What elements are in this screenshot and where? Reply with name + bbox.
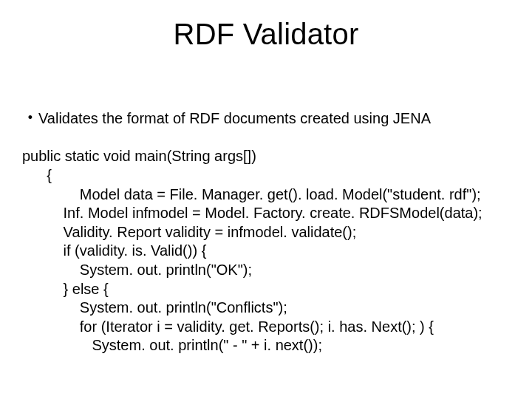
code-line-8: } else { bbox=[22, 281, 109, 297]
slide: RDF Validator •Validates the format of R… bbox=[0, 0, 532, 399]
code-line-4: Inf. Model infmodel = Model. Factory. cr… bbox=[22, 205, 482, 221]
code-line-5: Validity. Report validity = infmodel. va… bbox=[22, 224, 356, 240]
code-line-10: for (Iterator i = validity. get. Reports… bbox=[22, 318, 434, 335]
code-line-2: { bbox=[22, 167, 52, 183]
slide-content: •Validates the format of RDF documents c… bbox=[22, 72, 510, 375]
code-line-7: System. out. println("OK"); bbox=[22, 262, 252, 278]
bullet-text: Validates the format of RDF documents cr… bbox=[38, 109, 431, 129]
bullet-icon: • bbox=[22, 109, 38, 126]
slide-title: RDF Validator bbox=[22, 18, 510, 51]
code-line-3: Model data = File. Manager. get(). load.… bbox=[22, 186, 481, 202]
code-line-9: System. out. println("Conflicts"); bbox=[22, 299, 287, 316]
code-line-11: System. out. println(" - " + i. next()); bbox=[22, 337, 322, 353]
code-line-6: if (validity. is. Valid()) { bbox=[22, 242, 206, 259]
code-line-1: public static void main(String args[]) bbox=[22, 148, 256, 164]
bullet-item: •Validates the format of RDF documents c… bbox=[22, 109, 510, 129]
